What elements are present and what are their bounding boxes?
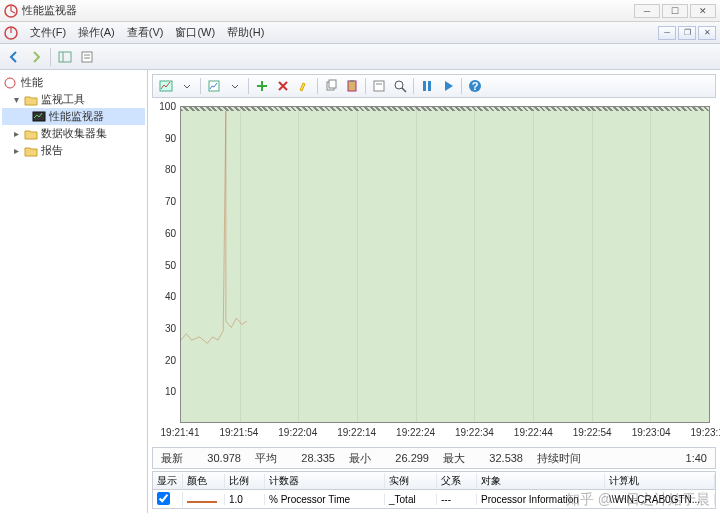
stats-bar: 最新 30.978 平均 28.335 最小 26.299 最大 32.538 … <box>152 447 716 469</box>
add-counter-button[interactable] <box>252 76 272 96</box>
stat-avg-value: 28.335 <box>281 452 341 464</box>
copy-button[interactable] <box>321 76 341 96</box>
cell-instance: _Total <box>385 494 437 505</box>
folder-icon <box>24 145 38 157</box>
menu-file[interactable]: 文件(F) <box>24 23 72 42</box>
forward-button[interactable] <box>26 47 46 67</box>
stat-latest-label: 最新 <box>153 451 187 466</box>
folder-icon <box>24 128 38 140</box>
mdi-close-button[interactable]: ✕ <box>698 26 716 40</box>
main-toolbar <box>0 44 720 70</box>
cell-parent: --- <box>437 494 477 505</box>
monitor-icon <box>32 111 46 123</box>
menubar: 文件(F) 操作(A) 查看(V) 窗口(W) 帮助(H) ─ ❐ ✕ <box>0 22 720 44</box>
cell-counter: % Processor Time <box>265 494 385 505</box>
svg-rect-4 <box>82 52 92 62</box>
folder-icon <box>24 94 38 106</box>
menu-window[interactable]: 窗口(W) <box>169 23 221 42</box>
cell-color <box>183 494 225 505</box>
tree-data-collector-sets[interactable]: ▸ 数据收集器集 <box>2 125 145 142</box>
view-log-button[interactable] <box>204 76 224 96</box>
col-object[interactable]: 对象 <box>477 474 605 488</box>
cell-scale: 1.0 <box>225 494 265 505</box>
grid-row[interactable]: 1.0 % Processor Time _Total --- Processo… <box>153 490 715 508</box>
window-title: 性能监视器 <box>22 3 634 18</box>
color-swatch <box>187 501 217 503</box>
stat-min-value: 26.299 <box>375 452 435 464</box>
chart-line-svg <box>181 107 709 422</box>
stat-max-label: 最大 <box>435 451 469 466</box>
tree-reports[interactable]: ▸ 报告 <box>2 142 145 159</box>
svg-rect-2 <box>59 52 71 62</box>
collapse-icon[interactable]: ▾ <box>12 94 21 105</box>
properties-button[interactable] <box>369 76 389 96</box>
expand-icon[interactable]: ▸ <box>12 145 21 156</box>
menu-view[interactable]: 查看(V) <box>121 23 170 42</box>
col-parent[interactable]: 父系 <box>437 474 477 488</box>
navigation-tree[interactable]: 性能 ▾ 监视工具 性能监视器 ▸ 数据收集器集 ▸ 报告 <box>0 70 148 513</box>
tree-root[interactable]: 性能 <box>2 74 145 91</box>
window-titlebar: 性能监视器 ─ ☐ ✕ <box>0 0 720 22</box>
view-dropdown-button[interactable] <box>177 76 197 96</box>
menu-help[interactable]: 帮助(H) <box>221 23 270 42</box>
svg-rect-13 <box>348 81 356 91</box>
properties-button[interactable] <box>77 47 97 67</box>
show-hide-tree-button[interactable] <box>55 47 75 67</box>
paste-button[interactable] <box>342 76 362 96</box>
perfmon-icon <box>4 26 18 40</box>
mdi-minimize-button[interactable]: ─ <box>658 26 676 40</box>
svg-rect-12 <box>329 80 336 88</box>
stat-duration-label: 持续时间 <box>529 451 585 466</box>
counter-grid[interactable]: 显示 颜色 比例 计数器 实例 父系 对象 计算机 1.0 % Processo… <box>152 471 716 509</box>
chart-top-hatch <box>181 107 709 111</box>
view-log-dropdown[interactable] <box>225 76 245 96</box>
col-counter[interactable]: 计数器 <box>265 474 385 488</box>
tree-monitoring-tools[interactable]: ▾ 监视工具 <box>2 91 145 108</box>
svg-rect-19 <box>423 81 426 91</box>
tree-label: 数据收集器集 <box>41 126 107 141</box>
chart-plot[interactable] <box>180 106 710 423</box>
close-button[interactable]: ✕ <box>690 4 716 18</box>
show-checkbox[interactable] <box>157 492 170 505</box>
cell-computer: \\WIN-CRAB0GTN... <box>605 494 715 505</box>
help-button[interactable]: ? <box>465 76 485 96</box>
y-axis: 102030405060708090100 <box>152 106 178 423</box>
svg-rect-14 <box>350 80 354 82</box>
cell-show[interactable] <box>153 492 183 507</box>
minimize-button[interactable]: ─ <box>634 4 660 18</box>
x-axis: 19:21:4119:21:5419:22:0419:22:1419:22:24… <box>180 427 710 441</box>
col-color[interactable]: 颜色 <box>183 474 225 488</box>
tree-performance-monitor[interactable]: 性能监视器 <box>2 108 145 125</box>
stat-duration-value: 1:40 <box>585 452 715 464</box>
tree-label: 监视工具 <box>41 92 85 107</box>
mdi-restore-button[interactable]: ❐ <box>678 26 696 40</box>
grid-header: 显示 颜色 比例 计数器 实例 父系 对象 计算机 <box>153 472 715 490</box>
maximize-button[interactable]: ☐ <box>662 4 688 18</box>
svg-rect-20 <box>428 81 431 91</box>
svg-rect-10 <box>209 81 219 91</box>
stat-max-value: 32.538 <box>469 452 529 464</box>
tree-label: 报告 <box>41 143 63 158</box>
zoom-button[interactable] <box>390 76 410 96</box>
col-show[interactable]: 显示 <box>153 474 183 488</box>
col-instance[interactable]: 实例 <box>385 474 437 488</box>
stat-min-label: 最小 <box>341 451 375 466</box>
freeze-button[interactable] <box>417 76 437 96</box>
expand-icon[interactable]: ▸ <box>12 128 21 139</box>
menu-action[interactable]: 操作(A) <box>72 23 121 42</box>
main-panel: ? 102030405060708090100 19:21:4119:21:54… <box>148 70 720 513</box>
col-computer[interactable]: 计算机 <box>605 474 715 488</box>
svg-line-18 <box>402 88 406 92</box>
svg-text:?: ? <box>472 80 479 92</box>
stat-avg-label: 平均 <box>247 451 281 466</box>
cell-object: Processor Information <box>477 494 605 505</box>
chart-toolbar: ? <box>152 74 716 98</box>
delete-counter-button[interactable] <box>273 76 293 96</box>
col-scale[interactable]: 比例 <box>225 474 265 488</box>
highlight-button[interactable] <box>294 76 314 96</box>
chart-area[interactable]: 102030405060708090100 19:21:4119:21:5419… <box>152 102 716 445</box>
update-button[interactable] <box>438 76 458 96</box>
back-button[interactable] <box>4 47 24 67</box>
stat-latest-value: 30.978 <box>187 452 247 464</box>
view-current-button[interactable] <box>156 76 176 96</box>
